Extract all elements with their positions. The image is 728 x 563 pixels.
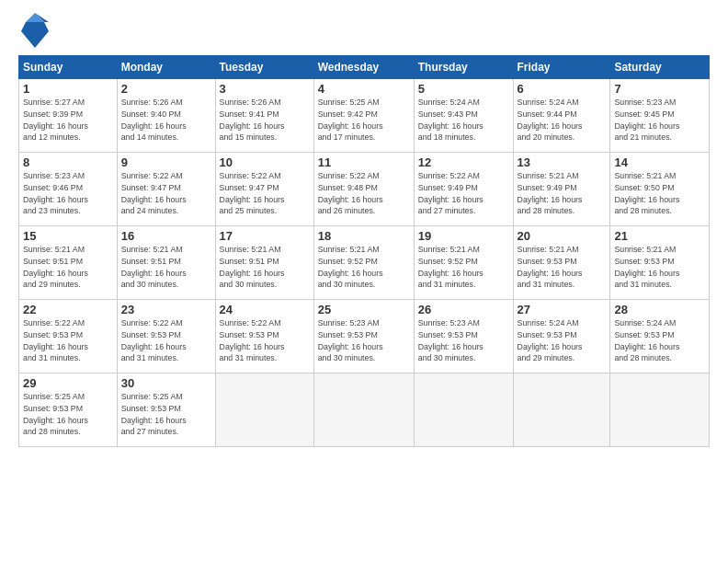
day-number: 10 bbox=[220, 155, 310, 169]
table-row bbox=[313, 373, 414, 447]
col-wednesday: Wednesday bbox=[313, 56, 414, 79]
table-row: 16Sunrise: 5:21 AMSunset: 9:51 PMDayligh… bbox=[117, 226, 215, 300]
table-row: 11Sunrise: 5:22 AMSunset: 9:48 PMDayligh… bbox=[313, 153, 414, 226]
table-row: 1Sunrise: 5:27 AMSunset: 9:39 PMDaylight… bbox=[19, 79, 118, 153]
table-row: 21Sunrise: 5:21 AMSunset: 9:53 PMDayligh… bbox=[610, 226, 710, 300]
day-info: Sunrise: 5:21 AMSunset: 9:52 PMDaylight:… bbox=[318, 244, 410, 291]
table-row: 27Sunrise: 5:24 AMSunset: 9:53 PMDayligh… bbox=[513, 300, 610, 373]
day-info: Sunrise: 5:25 AMSunset: 9:53 PMDaylight:… bbox=[121, 391, 211, 438]
day-number: 28 bbox=[614, 303, 705, 316]
day-number: 25 bbox=[318, 303, 410, 316]
table-row: 9Sunrise: 5:22 AMSunset: 9:47 PMDaylight… bbox=[117, 153, 215, 226]
day-info: Sunrise: 5:23 AMSunset: 9:53 PMDaylight:… bbox=[318, 317, 410, 364]
day-info: Sunrise: 5:22 AMSunset: 9:47 PMDaylight:… bbox=[220, 170, 310, 217]
day-info: Sunrise: 5:21 AMSunset: 9:52 PMDaylight:… bbox=[418, 244, 509, 291]
day-number: 1 bbox=[23, 82, 113, 96]
day-info: Sunrise: 5:26 AMSunset: 9:40 PMDaylight:… bbox=[121, 97, 211, 144]
table-row: 24Sunrise: 5:22 AMSunset: 9:53 PMDayligh… bbox=[215, 300, 313, 373]
table-row bbox=[215, 373, 313, 447]
table-row bbox=[513, 373, 610, 447]
day-number: 5 bbox=[418, 82, 509, 96]
logo bbox=[18, 17, 49, 48]
day-info: Sunrise: 5:27 AMSunset: 9:39 PMDaylight:… bbox=[23, 97, 113, 144]
day-number: 24 bbox=[220, 303, 310, 316]
table-row bbox=[414, 373, 513, 447]
day-number: 9 bbox=[121, 155, 211, 169]
table-row: 14Sunrise: 5:21 AMSunset: 9:50 PMDayligh… bbox=[610, 153, 710, 226]
table-row: 29Sunrise: 5:25 AMSunset: 9:53 PMDayligh… bbox=[19, 373, 118, 447]
col-monday: Monday bbox=[117, 56, 215, 79]
day-number: 3 bbox=[220, 82, 310, 96]
day-info: Sunrise: 5:23 AMSunset: 9:46 PMDaylight:… bbox=[23, 170, 113, 217]
table-row: 3Sunrise: 5:26 AMSunset: 9:41 PMDaylight… bbox=[215, 79, 313, 153]
day-number: 26 bbox=[418, 303, 509, 316]
day-number: 15 bbox=[23, 229, 113, 243]
table-row: 4Sunrise: 5:25 AMSunset: 9:42 PMDaylight… bbox=[313, 79, 414, 153]
day-info: Sunrise: 5:21 AMSunset: 9:51 PMDaylight:… bbox=[23, 244, 113, 291]
day-number: 6 bbox=[518, 82, 607, 96]
col-thursday: Thursday bbox=[414, 56, 513, 79]
day-number: 27 bbox=[518, 303, 607, 316]
day-number: 17 bbox=[220, 229, 310, 243]
day-info: Sunrise: 5:21 AMSunset: 9:49 PMDaylight:… bbox=[518, 170, 607, 217]
day-info: Sunrise: 5:25 AMSunset: 9:42 PMDaylight:… bbox=[318, 97, 410, 144]
table-row: 6Sunrise: 5:24 AMSunset: 9:44 PMDaylight… bbox=[513, 79, 610, 153]
day-number: 14 bbox=[614, 155, 705, 169]
day-info: Sunrise: 5:26 AMSunset: 9:41 PMDaylight:… bbox=[220, 97, 310, 144]
day-info: Sunrise: 5:23 AMSunset: 9:45 PMDaylight:… bbox=[614, 97, 705, 144]
table-row: 26Sunrise: 5:23 AMSunset: 9:53 PMDayligh… bbox=[414, 300, 513, 373]
day-info: Sunrise: 5:24 AMSunset: 9:53 PMDaylight:… bbox=[518, 317, 607, 364]
day-info: Sunrise: 5:22 AMSunset: 9:47 PMDaylight:… bbox=[121, 170, 211, 217]
table-row: 2Sunrise: 5:26 AMSunset: 9:40 PMDaylight… bbox=[117, 79, 215, 153]
table-row: 28Sunrise: 5:24 AMSunset: 9:53 PMDayligh… bbox=[610, 300, 710, 373]
table-row bbox=[610, 373, 710, 447]
day-info: Sunrise: 5:21 AMSunset: 9:53 PMDaylight:… bbox=[614, 244, 705, 291]
table-row: 23Sunrise: 5:22 AMSunset: 9:53 PMDayligh… bbox=[117, 300, 215, 373]
table-row: 25Sunrise: 5:23 AMSunset: 9:53 PMDayligh… bbox=[313, 300, 414, 373]
table-row: 22Sunrise: 5:22 AMSunset: 9:53 PMDayligh… bbox=[19, 300, 118, 373]
calendar-table: Sunday Monday Tuesday Wednesday Thursday… bbox=[18, 55, 710, 447]
day-info: Sunrise: 5:21 AMSunset: 9:50 PMDaylight:… bbox=[614, 170, 705, 217]
col-sunday: Sunday bbox=[19, 56, 118, 79]
header bbox=[18, 17, 710, 48]
day-number: 12 bbox=[418, 155, 509, 169]
day-number: 20 bbox=[518, 229, 607, 243]
table-row: 10Sunrise: 5:22 AMSunset: 9:47 PMDayligh… bbox=[215, 153, 313, 226]
day-number: 30 bbox=[121, 376, 211, 390]
day-number: 18 bbox=[318, 229, 410, 243]
page: Sunday Monday Tuesday Wednesday Thursday… bbox=[0, 0, 728, 563]
table-row: 13Sunrise: 5:21 AMSunset: 9:49 PMDayligh… bbox=[513, 153, 610, 226]
table-row: 5Sunrise: 5:24 AMSunset: 9:43 PMDaylight… bbox=[414, 79, 513, 153]
day-info: Sunrise: 5:22 AMSunset: 9:53 PMDaylight:… bbox=[121, 317, 211, 364]
day-info: Sunrise: 5:21 AMSunset: 9:51 PMDaylight:… bbox=[220, 244, 310, 291]
day-info: Sunrise: 5:25 AMSunset: 9:53 PMDaylight:… bbox=[23, 391, 113, 438]
day-number: 4 bbox=[318, 82, 410, 96]
table-row: 19Sunrise: 5:21 AMSunset: 9:52 PMDayligh… bbox=[414, 226, 513, 300]
day-info: Sunrise: 5:22 AMSunset: 9:49 PMDaylight:… bbox=[418, 170, 509, 217]
day-number: 11 bbox=[318, 155, 410, 169]
day-number: 16 bbox=[121, 229, 211, 243]
day-number: 22 bbox=[23, 303, 113, 316]
day-number: 21 bbox=[614, 229, 705, 243]
day-info: Sunrise: 5:21 AMSunset: 9:53 PMDaylight:… bbox=[518, 244, 607, 291]
col-friday: Friday bbox=[513, 56, 610, 79]
day-number: 7 bbox=[614, 82, 705, 96]
day-info: Sunrise: 5:24 AMSunset: 9:44 PMDaylight:… bbox=[518, 97, 607, 144]
table-row: 12Sunrise: 5:22 AMSunset: 9:49 PMDayligh… bbox=[414, 153, 513, 226]
day-info: Sunrise: 5:24 AMSunset: 9:43 PMDaylight:… bbox=[418, 97, 509, 144]
day-info: Sunrise: 5:24 AMSunset: 9:53 PMDaylight:… bbox=[614, 317, 705, 364]
day-info: Sunrise: 5:21 AMSunset: 9:51 PMDaylight:… bbox=[121, 244, 211, 291]
day-info: Sunrise: 5:22 AMSunset: 9:53 PMDaylight:… bbox=[220, 317, 310, 364]
day-number: 29 bbox=[23, 376, 113, 390]
table-row: 18Sunrise: 5:21 AMSunset: 9:52 PMDayligh… bbox=[313, 226, 414, 300]
table-row: 15Sunrise: 5:21 AMSunset: 9:51 PMDayligh… bbox=[19, 226, 118, 300]
col-saturday: Saturday bbox=[610, 56, 710, 79]
col-tuesday: Tuesday bbox=[215, 56, 313, 79]
day-info: Sunrise: 5:23 AMSunset: 9:53 PMDaylight:… bbox=[418, 317, 509, 364]
svg-marker-0 bbox=[21, 22, 49, 48]
logo-icon bbox=[21, 13, 49, 48]
table-row: 8Sunrise: 5:23 AMSunset: 9:46 PMDaylight… bbox=[19, 153, 118, 226]
table-row: 20Sunrise: 5:21 AMSunset: 9:53 PMDayligh… bbox=[513, 226, 610, 300]
table-row: 7Sunrise: 5:23 AMSunset: 9:45 PMDaylight… bbox=[610, 79, 710, 153]
day-number: 2 bbox=[121, 82, 211, 96]
